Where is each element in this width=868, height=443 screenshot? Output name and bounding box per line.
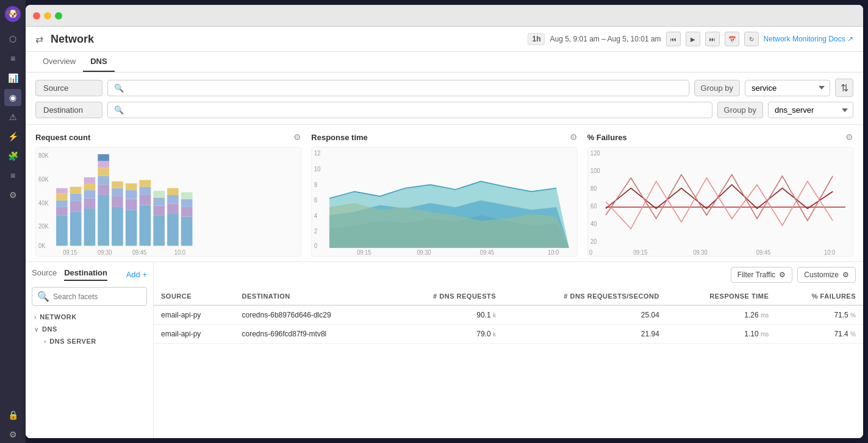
charts-section: Request count ⚙ 80K 60K 40K 20K 0K [26,125,863,261]
destination-group-by-select[interactable]: dns_server service pod host [768,102,853,118]
response-time-title: Response time [311,133,367,142]
swap-button[interactable]: ⇅ [835,79,853,97]
svg-text:🐶: 🐶 [7,8,19,19]
cell-destination-0: coredns-6b8976d646-dlc29 [235,305,389,325]
cell-destination-1: coredns-696fcd87f9-mtv8l [235,325,389,344]
page-title: Network [51,33,94,46]
sidebar-icon-chart[interactable]: 📊 [4,69,21,87]
svg-text:6: 6 [314,197,317,204]
destination-search-input[interactable] [127,105,706,115]
svg-text:10:0: 10:0 [548,249,559,255]
svg-rect-32 [126,199,137,210]
svg-rect-48 [181,207,193,217]
svg-rect-11 [56,188,68,194]
svg-text:09:30: 09:30 [693,249,707,255]
top-bar-right: 1h Aug 5, 9:01 am – Aug 5, 10:01 am ⏮ ▶ … [528,32,853,46]
svg-rect-50 [181,192,193,199]
sidebar-icon-gear[interactable]: ⚙ [4,426,21,443]
nav-fast-fwd-btn[interactable]: ⏭ [705,32,720,46]
sidebar-icon-settings[interactable]: ⚙ [4,186,21,204]
svg-rect-22 [98,185,109,195]
nav-first-btn[interactable]: ⏮ [666,32,681,46]
facet-item-dns[interactable]: ∨ DNS [32,323,147,335]
tab-dns[interactable]: DNS [83,52,114,72]
svg-text:80: 80 [590,185,597,192]
source-group-by-select[interactable]: service dns_server pod host [745,80,830,96]
tl-red[interactable] [33,12,40,19]
response-time-gear-icon[interactable]: ⚙ [570,132,578,142]
nav-play-btn[interactable]: ▶ [686,32,700,46]
svg-text:8: 8 [314,181,317,188]
nav-refresh-btn[interactable]: ↻ [744,32,759,46]
destination-filter-row: Destination 🔍 Group by dns_server servic… [35,102,853,118]
svg-text:20: 20 [590,238,597,245]
svg-rect-40 [153,206,165,216]
request-count-chart: Request count ⚙ 80K 60K 40K 20K 0K [35,132,301,257]
filter-traffic-button[interactable]: Filter Traffic ⚙ [731,267,792,283]
sidebar-icon-puzzle[interactable]: 🧩 [4,147,21,165]
facet-item-network[interactable]: › NETWORK [32,311,147,323]
svg-text:4: 4 [314,212,318,219]
table-row: email-api-py coredns-6b8976d646-dlc29 90… [154,305,863,325]
facet-dns-arrow: ∨ [34,326,38,333]
cell-resp-time-0: 1.26 ms [667,305,776,325]
svg-rect-41 [153,197,165,205]
table-actions: Filter Traffic ⚙ Customize ⚙ [154,262,863,288]
top-bar-left: ⇄ Network [35,33,94,46]
request-count-area: 80K 60K 40K 20K 0K [35,147,301,257]
filter-traffic-gear-icon: ⚙ [779,271,786,279]
source-search-input[interactable] [127,83,683,93]
content-area: ⇄ Network 1h Aug 5, 9:01 am – Aug 5, 10:… [26,27,863,438]
source-input-wrapper: 🔍 [107,80,689,96]
svg-rect-33 [126,190,137,199]
tl-yellow[interactable] [44,12,51,19]
customize-gear-icon: ⚙ [842,271,849,279]
tabs-bar: Overview DNS [26,52,863,73]
search-facets-input[interactable] [53,292,145,301]
source-group-by-section: Group by service dns_server pod host [694,80,830,96]
request-count-svg: 80K 60K 40K 20K 0K [36,147,301,256]
tab-overview[interactable]: Overview [35,52,83,72]
response-time-chart: Response time ⚙ 12 10 8 6 4 2 0 [311,132,577,257]
request-count-gear-icon[interactable]: ⚙ [293,132,301,142]
nav-calendar-btn[interactable]: 📅 [725,32,739,46]
svg-text:09:30: 09:30 [98,249,112,255]
svg-rect-28 [112,196,123,207]
source-search-icon: 🔍 [114,83,124,93]
request-count-header: Request count ⚙ [35,132,301,142]
customize-button[interactable]: Customize ⚙ [797,267,856,283]
sidebar-icon-list[interactable]: ≡ [4,50,21,67]
destination-group-by-label: Group by [717,102,763,118]
time-badge[interactable]: 1h [528,33,545,45]
panel-tab-destination[interactable]: Destination [64,268,107,281]
svg-rect-14 [70,194,82,202]
tl-green[interactable] [55,12,62,19]
pct-failures-header: % Failures ⚙ [587,132,853,142]
add-button[interactable]: Add + [126,270,147,279]
request-count-title: Request count [35,133,90,142]
svg-rect-24 [98,168,109,175]
pct-failures-gear-icon[interactable]: ⚙ [845,132,853,142]
sidebar: 🐶 ⬡ ≡ 📊 ◉ ⚠ ⚡ 🧩 ≡ ⚙ 🔒 ⚙ [0,0,26,443]
sidebar-icon-lock[interactable]: 🔒 [4,406,21,424]
sidebar-icon-menu[interactable]: ≡ [4,167,21,184]
facet-item-dns-server[interactable]: › DNS Server [32,335,147,347]
svg-rect-31 [126,210,137,246]
svg-rect-36 [140,195,151,205]
col-source: SOURCE [154,288,235,305]
sidebar-icon-lightning[interactable]: ⚡ [4,128,21,145]
docs-link[interactable]: Network Monitoring Docs ↗ [764,35,853,43]
svg-rect-20 [84,177,96,183]
panel-tab-source[interactable]: Source [32,268,57,281]
svg-text:60K: 60K [38,175,49,182]
sidebar-icon-alert[interactable]: ⚠ [4,108,21,126]
cell-dns-req-1: 79.0 k [389,325,503,344]
table-panel: Filter Traffic ⚙ Customize ⚙ SOURCE DEST… [154,262,863,438]
svg-rect-35 [140,205,151,246]
svg-rect-47 [181,216,193,246]
facet-dns-label: DNS [42,325,57,333]
sidebar-icon-network[interactable]: ◉ [4,89,21,106]
sidebar-icon-home[interactable]: ⬡ [4,30,21,48]
svg-rect-42 [153,191,165,197]
svg-rect-46 [167,188,179,195]
